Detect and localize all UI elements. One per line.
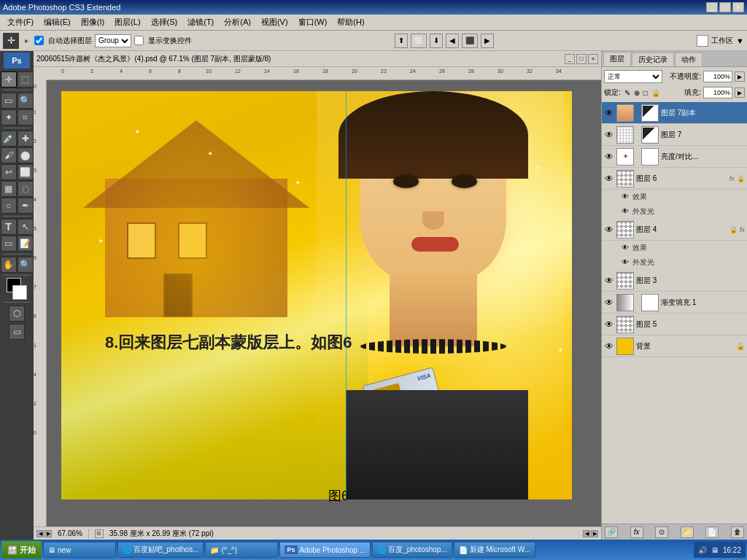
layer-6-effect-eye[interactable]: 👁: [620, 192, 630, 202]
fx-button[interactable]: fx: [630, 526, 643, 538]
heal-tool[interactable]: ✚: [18, 131, 34, 147]
layer-item-5[interactable]: 👁 图层 5: [602, 314, 747, 335]
status-next-btn[interactable]: ▶: [44, 530, 52, 537]
lock-draw-icon[interactable]: ✎: [624, 89, 630, 97]
taskbar-item-photoshop[interactable]: Ps Adobe Photoshop ...: [279, 542, 371, 558]
crop-tool[interactable]: ⌗: [18, 109, 34, 125]
brush-tool[interactable]: 🖌: [1, 147, 17, 163]
menu-view[interactable]: 视图(V): [257, 15, 293, 29]
menu-window[interactable]: 窗口(W): [294, 15, 332, 29]
align-left-btn[interactable]: ◀: [446, 34, 459, 48]
delete-layer-button[interactable]: 🗑: [731, 526, 744, 538]
new-group-button[interactable]: 📁: [681, 526, 694, 538]
layer-item-gradient[interactable]: 👁 渐变填充 1: [602, 292, 747, 314]
start-button[interactable]: 🪟 开始: [1, 541, 42, 559]
scroll-right-btn[interactable]: ▶: [591, 530, 598, 537]
type-tool[interactable]: T: [1, 219, 17, 235]
layer-5-visibility[interactable]: 👁: [604, 319, 614, 330]
layer-item-6[interactable]: 👁 图层 6 fx 🔒: [602, 168, 747, 190]
move-tool[interactable]: ✛: [1, 71, 17, 88]
layer-item-7copy[interactable]: 👁 图层 7副本: [602, 102, 747, 124]
layer-3-visibility[interactable]: 👁: [604, 276, 614, 286]
shape-tool[interactable]: ▭: [1, 236, 17, 252]
align-right-btn[interactable]: ▶: [481, 34, 494, 48]
menu-analyze[interactable]: 分析(A): [220, 15, 255, 29]
layer-gradient-visibility[interactable]: 👁: [604, 298, 614, 308]
blur-tool[interactable]: ◌: [18, 181, 34, 197]
menu-image[interactable]: 图像(I): [77, 15, 109, 29]
opacity-expand-btn[interactable]: ▶: [735, 71, 745, 82]
hand-tool[interactable]: ✋: [1, 257, 17, 273]
link-button[interactable]: 🔗: [605, 526, 618, 538]
layer-item-3[interactable]: 👁 图层 3: [602, 270, 747, 292]
workspace-dropdown-arrow[interactable]: ▼: [736, 36, 744, 45]
tab-actions[interactable]: 动作: [675, 52, 703, 66]
opacity-input[interactable]: [703, 71, 732, 82]
taskbar-item-word[interactable]: 📄 新建 Microsoft W...: [454, 542, 535, 558]
layer-brightness-visibility[interactable]: 👁: [604, 152, 614, 162]
tab-layers[interactable]: 图层: [603, 52, 631, 66]
adjustment-button[interactable]: ⊙: [655, 526, 668, 538]
menu-help[interactable]: 帮助(H): [333, 15, 368, 29]
taskbar-item-baidu-tieba[interactable]: 🌐 百度贴吧_phothos...: [117, 542, 204, 558]
background-color[interactable]: [12, 285, 27, 300]
layer-item-background[interactable]: 👁 背景 🔒: [602, 335, 747, 357]
lock-partial-icon[interactable]: □: [643, 89, 648, 97]
show-transform-checkbox[interactable]: [134, 36, 144, 45]
layer-4-visibility[interactable]: 👁: [604, 225, 614, 235]
artboard-tool[interactable]: ⬚: [18, 71, 34, 88]
taskbar-item-folder[interactable]: 📁 (^_^): [205, 542, 278, 558]
blend-mode-select[interactable]: 正常 溶解 正片叠底: [604, 70, 662, 83]
marquee-tool[interactable]: ▭: [1, 93, 17, 109]
stamp-tool[interactable]: ⬤: [18, 147, 34, 163]
tab-history[interactable]: 历史记录: [632, 52, 674, 66]
auto-select-dropdown[interactable]: Group Layer: [95, 34, 131, 47]
pen-tool[interactable]: ✒: [18, 198, 34, 214]
taskbar-item-baidu-ps[interactable]: 🌐 百度_photoshop...: [372, 542, 452, 558]
eyedropper-tool[interactable]: 💉: [1, 131, 17, 147]
align-bottom-btn[interactable]: ⬇: [430, 34, 443, 48]
layer-item-7[interactable]: 👁 图层 7: [602, 124, 747, 146]
quick-mask-btn[interactable]: ⬡: [9, 306, 25, 322]
notes-tool[interactable]: 📝: [18, 236, 34, 252]
doc-minimize-button[interactable]: _: [565, 54, 575, 64]
eraser-tool[interactable]: ⬜: [18, 164, 34, 180]
screen-mode-btn[interactable]: ▭: [9, 324, 25, 340]
wand-tool[interactable]: ✦: [1, 109, 17, 125]
layer-6-glow-eye[interactable]: 👁: [620, 206, 630, 217]
zoom-tool[interactable]: 🔍: [18, 257, 34, 273]
layer-7-visibility[interactable]: 👁: [604, 130, 614, 140]
layer-6-visibility[interactable]: 👁: [604, 174, 614, 184]
menu-edit[interactable]: 编辑(E): [39, 15, 75, 29]
status-prev-btn[interactable]: ◀: [36, 530, 44, 537]
close-button[interactable]: ×: [732, 2, 744, 12]
align-vcenter-btn[interactable]: ⬜: [411, 34, 427, 48]
maximize-button[interactable]: □: [719, 2, 731, 12]
auto-select-checkbox[interactable]: [34, 36, 44, 45]
doc-maximize-button[interactable]: □: [576, 54, 587, 64]
dodge-tool[interactable]: ○: [1, 198, 17, 214]
fill-input[interactable]: [703, 87, 732, 98]
history-brush-tool[interactable]: ↩: [1, 164, 17, 180]
lock-move-icon[interactable]: ⊕: [634, 89, 640, 97]
align-top-btn[interactable]: ⬆: [395, 34, 408, 48]
align-hcenter-btn[interactable]: ⬛: [462, 34, 478, 48]
path-select-tool[interactable]: ↖: [18, 219, 34, 235]
layer-item-4[interactable]: 👁 图层 4 🔒 fx: [602, 219, 747, 241]
layer-background-visibility[interactable]: 👁: [604, 341, 614, 351]
document-canvas[interactable]: ✦ ✦ ✦ ✦ ✦ ✦ ✦: [61, 91, 572, 499]
layer-7copy-visibility[interactable]: 👁: [604, 108, 614, 118]
menu-select[interactable]: 选择(S): [147, 15, 182, 29]
gradient-tool[interactable]: ▦: [1, 181, 17, 197]
minimize-button[interactable]: _: [706, 2, 718, 12]
layer-4-effect-eye[interactable]: 👁: [620, 243, 630, 253]
lock-all-icon[interactable]: 🔒: [651, 89, 660, 97]
scroll-left-btn[interactable]: ◀: [583, 530, 590, 537]
layer-4-glow-eye[interactable]: 👁: [620, 257, 630, 268]
menu-filter[interactable]: 滤镜(T): [183, 15, 218, 29]
doc-close-button[interactable]: ×: [588, 54, 598, 64]
new-layer-button[interactable]: 📄: [705, 526, 719, 538]
menu-layer[interactable]: 图层(L): [110, 15, 144, 29]
taskbar-item-new[interactable]: 🖥 new: [43, 542, 116, 558]
menu-file[interactable]: 文件(F): [3, 15, 38, 29]
